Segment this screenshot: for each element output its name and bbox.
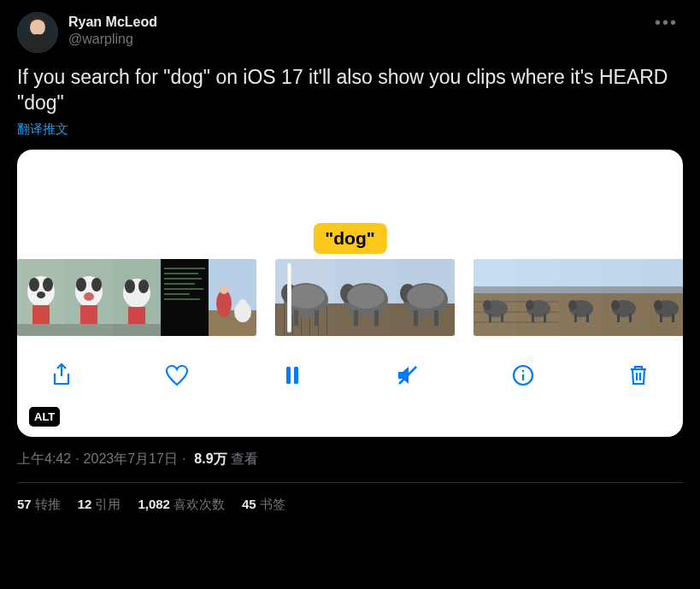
svg-rect-87 — [586, 314, 589, 322]
quotes-stat[interactable]: 12引用 — [78, 497, 121, 513]
media-toolbar — [17, 336, 683, 391]
svg-rect-24 — [164, 268, 205, 269]
svg-rect-52 — [374, 310, 379, 326]
svg-rect-16 — [65, 324, 113, 336]
video-frame — [602, 259, 644, 336]
clip-segment[interactable] — [17, 259, 256, 336]
tweet-time: 上午4:42 — [17, 451, 71, 468]
svg-rect-80 — [544, 314, 546, 322]
svg-point-12 — [76, 278, 86, 292]
pause-icon — [279, 362, 305, 388]
likes-count: 1,082 — [138, 497, 170, 511]
svg-point-13 — [91, 278, 102, 292]
svg-rect-100 — [660, 314, 662, 322]
video-frame — [335, 259, 395, 336]
svg-point-7 — [37, 292, 45, 298]
svg-rect-44 — [294, 310, 298, 326]
info-icon — [510, 362, 536, 388]
video-frame — [275, 259, 335, 336]
author-avatar[interactable] — [17, 12, 58, 53]
svg-rect-9 — [17, 324, 65, 336]
clip-segment[interactable] — [474, 259, 683, 336]
svg-rect-101 — [672, 314, 674, 322]
tweet-text: If you search for "dog" on iOS 17 it'll … — [17, 65, 683, 116]
svg-point-36 — [238, 299, 247, 308]
info-button[interactable] — [508, 360, 538, 391]
more-options-button[interactable]: ••• — [650, 12, 683, 32]
like-button[interactable] — [162, 360, 192, 391]
tweet-stats: 57转推 12引用 1,082喜欢次数 45书签 — [17, 483, 683, 513]
svg-rect-26 — [164, 278, 202, 280]
svg-rect-8 — [32, 305, 50, 326]
svg-point-68 — [483, 300, 491, 310]
search-term-badge: "dog" — [313, 223, 386, 254]
share-button[interactable] — [46, 360, 77, 391]
svg-rect-29 — [164, 293, 190, 295]
tweet-header: Ryan McLeod @warpling ••• — [17, 12, 683, 53]
translate-link[interactable]: 翻译推文 — [17, 121, 68, 138]
likes-label: 喜欢次数 — [174, 497, 225, 511]
separator-dot: · — [75, 451, 79, 467]
svg-point-20 — [138, 280, 149, 293]
share-icon — [49, 362, 74, 388]
svg-point-85 — [568, 300, 577, 310]
video-filmstrip[interactable] — [17, 259, 683, 336]
alt-text-badge[interactable]: ALT — [29, 407, 60, 427]
playhead-indicator[interactable] — [287, 262, 291, 333]
retweets-label: 转推 — [35, 497, 61, 511]
media-attachment[interactable]: "dog" — [17, 150, 683, 437]
retweets-stat[interactable]: 57转推 — [17, 497, 61, 513]
media-header-area: "dog" — [17, 150, 683, 259]
svg-rect-21 — [128, 307, 145, 326]
quotes-label: 引用 — [95, 497, 121, 511]
author-display-name: Ryan McLeod — [68, 14, 639, 31]
svg-rect-109 — [286, 367, 291, 384]
pause-button[interactable] — [277, 360, 308, 391]
tweet-container: Ryan McLeod @warpling ••• If you search … — [0, 0, 700, 513]
delete-button[interactable] — [623, 360, 654, 391]
video-frame — [516, 259, 559, 336]
separator-dot: · — [182, 451, 185, 467]
svg-rect-22 — [113, 324, 161, 336]
heart-icon — [164, 362, 190, 388]
svg-point-99 — [654, 300, 662, 310]
author-handle: @warpling — [68, 31, 639, 48]
author-names[interactable]: Ryan McLeod @warpling — [68, 12, 639, 48]
svg-point-6 — [43, 278, 53, 292]
bookmarks-stat[interactable]: 45书签 — [242, 497, 285, 513]
video-frame — [395, 259, 455, 336]
svg-rect-58 — [414, 310, 418, 326]
svg-rect-93 — [617, 314, 620, 322]
bookmarks-label: 书签 — [260, 497, 285, 511]
svg-rect-59 — [434, 310, 438, 326]
svg-point-46 — [287, 285, 325, 309]
svg-rect-27 — [164, 283, 195, 285]
video-frame — [161, 259, 209, 336]
trash-icon — [626, 362, 651, 388]
svg-rect-110 — [294, 367, 298, 384]
retweets-count: 57 — [17, 497, 32, 511]
svg-rect-15 — [80, 305, 97, 326]
svg-rect-25 — [164, 273, 198, 274]
svg-point-113 — [522, 369, 525, 372]
tweet-date: 2023年7月17日 — [84, 451, 178, 468]
bookmarks-count: 45 — [242, 497, 256, 511]
svg-rect-23 — [161, 259, 209, 336]
speaker-muted-icon — [395, 362, 421, 388]
views-label-text: 查看 — [231, 451, 258, 468]
svg-rect-69 — [489, 314, 491, 322]
video-frame — [209, 259, 256, 336]
tweet-meta[interactable]: 上午4:42 · 2023年7月17日 · 8.9万 查看 — [17, 451, 683, 483]
clip-segment-active[interactable] — [275, 259, 455, 336]
svg-rect-45 — [315, 310, 319, 326]
video-frame — [559, 259, 602, 336]
svg-rect-51 — [354, 310, 358, 326]
svg-rect-86 — [574, 314, 577, 322]
video-frame — [113, 259, 161, 336]
likes-stat[interactable]: 1,082喜欢次数 — [138, 497, 225, 513]
mute-button[interactable] — [392, 360, 423, 391]
svg-point-34 — [220, 286, 228, 294]
more-icon: ••• — [655, 13, 678, 32]
svg-point-53 — [347, 285, 385, 309]
svg-point-1 — [30, 19, 45, 36]
